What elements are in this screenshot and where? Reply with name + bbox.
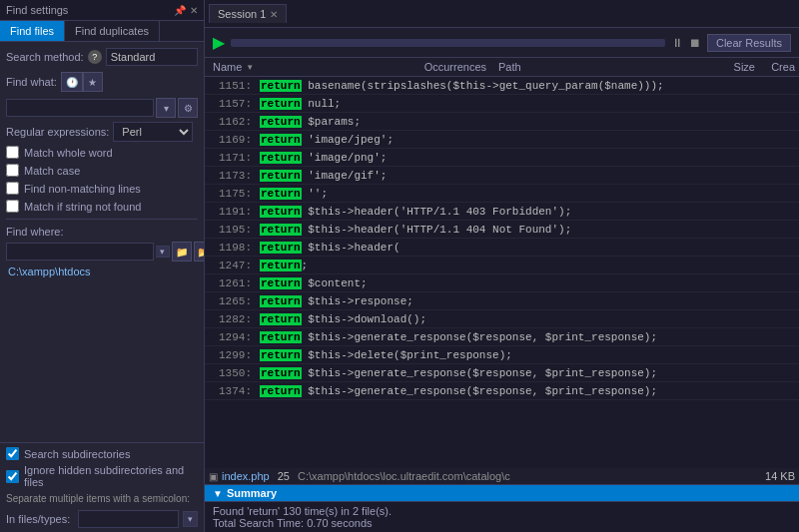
match-if-not-found-row[interactable]: Match if string not found xyxy=(6,200,198,213)
line-number: 1195: xyxy=(205,224,260,236)
session-tab-label: Session 1 xyxy=(218,8,266,20)
line-number: 1151: xyxy=(205,80,260,92)
tab-find-duplicates[interactable]: Find duplicates xyxy=(65,21,160,41)
browse-folder-icon[interactable]: 📁 xyxy=(172,242,192,262)
stop-button[interactable]: ⏹ xyxy=(689,36,701,50)
ignore-hidden-checkbox[interactable] xyxy=(6,470,19,483)
table-row[interactable]: 1173: return 'image/gif'; xyxy=(205,167,799,185)
match-case-label: Match case xyxy=(24,165,80,177)
panel-title-icons: 📌 ✕ xyxy=(174,5,198,16)
code-line: return $this->delete($print_response); xyxy=(260,349,799,361)
col-header-name[interactable]: Name ▼ xyxy=(205,61,404,73)
file-info-row[interactable]: ▣ index.php 25 C:\xampp\htdocs\loc.ultra… xyxy=(205,468,799,485)
search-subdirs-row[interactable]: Search subdirectories xyxy=(6,447,198,460)
find-where-dropdown[interactable]: ▾ xyxy=(156,246,170,258)
code-line: return $this->header( xyxy=(260,242,799,254)
session-tab[interactable]: Session 1 ✕ xyxy=(209,4,287,23)
status-line-2: Total Search Time: 0.70 seconds xyxy=(213,517,791,529)
table-row[interactable]: 1171: return 'image/png'; xyxy=(205,149,799,167)
panel-title-bar: Find settings 📌 ✕ xyxy=(0,0,204,21)
match-whole-word-checkbox[interactable] xyxy=(6,146,19,159)
match-whole-word-label: Match whole word xyxy=(24,147,113,159)
table-row[interactable]: 1191: return $this->header('HTTP/1.1 403… xyxy=(205,203,799,221)
line-number: 1171: xyxy=(205,152,260,164)
table-row[interactable]: 1151: return basename(stripslashes($this… xyxy=(205,77,799,95)
table-row[interactable]: 1265: return $this->response; xyxy=(205,292,799,310)
code-line: return; xyxy=(260,260,799,271)
line-number: 1173: xyxy=(205,170,260,182)
path-icon-2[interactable]: 📂 xyxy=(194,242,204,262)
file-types-dropdown[interactable]: ▾ xyxy=(183,511,198,527)
file-types-input[interactable]: *.php xyxy=(78,510,179,528)
find-what-dropdown[interactable]: ▾ xyxy=(156,98,176,118)
match-whole-word-row[interactable]: Match whole word xyxy=(6,146,198,159)
status-bar: Found 'return' 130 time(s) in 2 file(s).… xyxy=(205,501,799,532)
file-types-label: In files/types: xyxy=(6,513,70,525)
line-number: 1169: xyxy=(205,134,260,146)
search-subdirs-label: Search subdirectories xyxy=(24,448,130,460)
table-row[interactable]: 1350: return $this->generate_response($r… xyxy=(205,364,799,382)
code-line: return ''; xyxy=(260,188,799,200)
line-number: 1175: xyxy=(205,188,260,200)
match-case-checkbox[interactable] xyxy=(6,164,19,177)
code-line: return $this->generate_response($respons… xyxy=(260,367,799,379)
table-row[interactable]: 1261: return $content; xyxy=(205,274,799,292)
summary-row[interactable]: ▼ Summary xyxy=(205,485,799,501)
table-row[interactable]: 1157: return null; xyxy=(205,95,799,113)
regex-select[interactable]: Perl xyxy=(113,122,193,142)
table-row[interactable]: 1169: return 'image/jpeg'; xyxy=(205,131,799,149)
code-line: return basename(stripslashes($this->get_… xyxy=(260,80,799,92)
session-close-icon[interactable]: ✕ xyxy=(270,9,278,20)
progress-bar xyxy=(231,39,665,47)
pause-button[interactable]: ⏸ xyxy=(671,36,683,50)
play-button[interactable]: ▶ xyxy=(213,35,225,51)
table-row[interactable]: 1198: return $this->header( xyxy=(205,239,799,257)
checkboxes-group: Match whole word Match case Find non-mat… xyxy=(6,146,198,213)
tab-find-files[interactable]: Find files xyxy=(0,21,65,41)
table-row[interactable]: 1247: return; xyxy=(205,257,799,274)
code-line: return 'image/jpeg'; xyxy=(260,134,799,146)
code-line: return $params; xyxy=(260,116,799,128)
col-header-occurrences[interactable]: Occurrences xyxy=(404,61,494,73)
find-non-matching-checkbox[interactable] xyxy=(6,182,19,195)
regex-row: Regular expressions: Perl xyxy=(6,122,198,142)
find-what-extra-icon[interactable]: ⚙ xyxy=(178,98,198,118)
line-number: 1162: xyxy=(205,116,260,128)
line-number: 1350: xyxy=(205,367,260,379)
search-subdirs-checkbox[interactable] xyxy=(6,447,19,460)
file-path: C:\xampp\htdocs\loc.ultraedit.com\catalo… xyxy=(298,470,761,482)
col-header-size[interactable]: Size xyxy=(709,61,759,73)
session-bar: Session 1 ✕ xyxy=(205,0,799,28)
star-icon[interactable]: ★ xyxy=(83,72,103,92)
table-row[interactable]: 1195: return $this->header('HTTP/1.1 404… xyxy=(205,221,799,239)
search-method-help[interactable]: ? xyxy=(88,50,102,64)
table-row[interactable]: 1294: return $this->generate_response($r… xyxy=(205,328,799,346)
match-if-not-found-label: Match if string not found xyxy=(24,201,141,213)
col-header-path[interactable]: Path xyxy=(494,61,709,73)
table-row[interactable]: 1299: return $this->delete($print_respon… xyxy=(205,346,799,364)
table-row[interactable]: 1175: return ''; xyxy=(205,185,799,203)
divider-1 xyxy=(6,219,198,220)
file-size: 14 KB xyxy=(765,470,795,482)
match-case-row[interactable]: Match case xyxy=(6,164,198,177)
results-scroll[interactable]: 1151: return basename(stripslashes($this… xyxy=(205,77,799,468)
match-if-not-found-checkbox[interactable] xyxy=(6,200,19,213)
results-area: Name ▼ Occurrences Path Size Crea 1151: … xyxy=(205,58,799,532)
clock-icon[interactable]: 🕐 xyxy=(61,72,83,92)
search-method-select[interactable]: Standard xyxy=(106,48,198,66)
find-non-matching-row[interactable]: Find non-matching lines xyxy=(6,182,198,195)
find-where-input[interactable]: C:\xampp\htdocs xyxy=(6,243,154,261)
col-header-created[interactable]: Crea xyxy=(759,61,799,73)
find-what-input[interactable]: return xyxy=(6,99,154,117)
close-panel-icon[interactable]: ✕ xyxy=(190,5,198,16)
line-number: 1299: xyxy=(205,349,260,361)
ignore-hidden-row[interactable]: Ignore hidden subdirectories and files xyxy=(6,464,198,488)
clear-results-button[interactable]: Clear Results xyxy=(707,34,791,52)
table-row[interactable]: 1374: return $this->generate_response($r… xyxy=(205,382,799,400)
table-row[interactable]: 1162: return $params; xyxy=(205,113,799,131)
find-what-input-row: return ▾ ⚙ xyxy=(6,98,198,118)
code-line: return 'image/gif'; xyxy=(260,170,799,182)
table-row[interactable]: 1282: return $this->download(); xyxy=(205,310,799,328)
line-number: 1247: xyxy=(205,260,260,271)
line-number: 1282: xyxy=(205,313,260,325)
